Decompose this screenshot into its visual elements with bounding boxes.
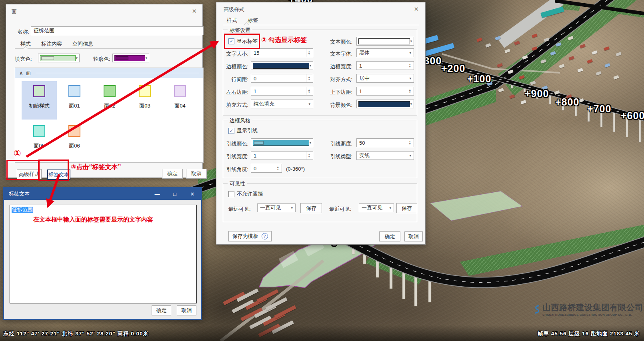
swatch-color-square bbox=[68, 125, 80, 137]
chevron-down-icon: ▾ bbox=[389, 206, 391, 210]
step1-badge: ① bbox=[14, 148, 21, 159]
leader-angle-spinner[interactable]: 0 ▲▼ bbox=[251, 164, 282, 173]
fill-mode-label: 填充方式: bbox=[221, 102, 248, 109]
section-rule bbox=[36, 73, 199, 73]
name-input[interactable]: 征拆范围 bbox=[31, 26, 204, 35]
leader-settings-legend: 边框风格 bbox=[228, 117, 252, 124]
line-spacing-spinner[interactable]: 0 ▲▼ bbox=[251, 74, 313, 83]
company-watermark: 山西路桥建设集团有限公司 SHANXI ROAD&BRIDGE CONSTRUC… bbox=[533, 297, 643, 321]
style-panel: ∧ 面 初始样式面01面02面03面04面05面06 bbox=[15, 68, 204, 163]
save-as-template-button[interactable]: 保存为模板 ? bbox=[228, 231, 272, 241]
label-text-button[interactable]: 标签文本 bbox=[47, 170, 70, 180]
tab-underline bbox=[223, 25, 419, 25]
outline-color-picker[interactable]: ▾ bbox=[112, 54, 149, 62]
tab-style[interactable]: 样式 bbox=[227, 17, 237, 24]
collapse-icon[interactable]: ∧ bbox=[19, 70, 23, 76]
align-label: 对齐方式: bbox=[324, 76, 352, 83]
swatch-label: 面04 bbox=[174, 102, 185, 110]
ok-button[interactable]: 确定 bbox=[162, 169, 183, 179]
cancel-button[interactable]: 取消 bbox=[177, 305, 196, 315]
chainage-label: +900 bbox=[525, 88, 549, 100]
watermark-company-name: 山西路桥建设集团有限公司 bbox=[542, 302, 643, 313]
cancel-button[interactable]: 取消 bbox=[186, 169, 207, 179]
tab-spatial-info[interactable]: 空间信息 bbox=[72, 40, 93, 48]
style-swatch[interactable]: 面02 bbox=[92, 81, 127, 120]
style-swatch[interactable]: 初始样式 bbox=[22, 81, 57, 120]
spinner-arrows-icon[interactable]: ▲▼ bbox=[306, 49, 310, 57]
watermark-company-name-en: SHANXI ROAD&BRIDGE CONSTRUCTION GROUP CO… bbox=[542, 313, 643, 317]
spinner-arrows-icon[interactable]: ▲▼ bbox=[407, 139, 411, 147]
border-color-picker[interactable]: ▾ bbox=[251, 61, 313, 70]
tab-annotation-content[interactable]: 标注内容 bbox=[41, 40, 62, 48]
minimize-icon[interactable]: — bbox=[148, 188, 166, 200]
advanced-style-button[interactable]: 高级样式 bbox=[17, 169, 42, 179]
spinner-arrows-icon[interactable]: ▲▼ bbox=[407, 62, 411, 70]
style-swatch[interactable]: 面05 bbox=[22, 121, 57, 160]
show-label-checkbox[interactable]: ✓ 显示标签 bbox=[228, 38, 258, 45]
chevron-down-icon: ▾ bbox=[308, 102, 310, 106]
spinner-arrows-icon[interactable]: ▲▼ bbox=[306, 152, 310, 160]
spinner-arrows-icon[interactable]: ▲▼ bbox=[407, 87, 411, 95]
step2-annotation: ② 勾选显示标签 bbox=[261, 36, 307, 44]
help-icon[interactable]: ? bbox=[262, 233, 268, 239]
ok-button[interactable]: 确定 bbox=[152, 305, 171, 315]
checkbox-unchecked-icon[interactable] bbox=[228, 191, 234, 197]
swatch-label: 面03 bbox=[139, 102, 150, 110]
bg-color-picker[interactable]: ▾ bbox=[356, 100, 414, 108]
ok-button[interactable]: 确定 bbox=[379, 231, 400, 241]
checkbox-checked-icon[interactable]: ✓ bbox=[228, 128, 234, 134]
far-visible-dropdown[interactable]: 一直可见 ▾ bbox=[257, 203, 296, 212]
maximize-icon[interactable]: □ bbox=[166, 188, 184, 200]
fill-color-picker[interactable]: ▾ bbox=[38, 54, 80, 62]
leader-color-picker[interactable]: ▾ bbox=[251, 138, 313, 147]
style-swatch[interactable]: 面04 bbox=[162, 81, 198, 120]
screen: +400+300+200+100+900+800+700+600 山西路桥建设集… bbox=[0, 0, 644, 341]
h-margin-label: 左右边距: bbox=[221, 89, 248, 96]
font-dropdown[interactable]: 黑体 ▾ bbox=[356, 48, 414, 57]
style-swatch[interactable]: 面06 bbox=[57, 121, 92, 160]
near-save-button[interactable]: 保存 bbox=[396, 203, 417, 213]
h-margin-spinner[interactable]: 1 ▲▼ bbox=[251, 87, 313, 96]
chevron-down-icon: ▾ bbox=[409, 51, 411, 55]
far-save-button[interactable]: 保存 bbox=[300, 203, 322, 213]
close-icon[interactable]: ✕ bbox=[192, 8, 197, 14]
spinner-arrows-icon[interactable]: ▲▼ bbox=[306, 87, 310, 95]
show-leader-checkbox[interactable]: ✓ 显示引线 bbox=[228, 127, 258, 134]
spinner-arrows-icon[interactable]: ▲▼ bbox=[275, 164, 279, 172]
name-label: 名称: bbox=[12, 28, 29, 36]
near-visible-dropdown[interactable]: 一直可见 ▾ bbox=[359, 203, 394, 212]
style-section-header[interactable]: ∧ 面 bbox=[15, 68, 203, 78]
text-color-picker[interactable]: ▾ bbox=[356, 37, 414, 46]
leader-height-spinner[interactable]: 50 ▲▼ bbox=[356, 138, 414, 147]
border-width-spinner[interactable]: 1 ▲▼ bbox=[356, 61, 414, 70]
advanced-dialog-title: 高级样式 bbox=[224, 6, 244, 13]
fill-mode-dropdown[interactable]: 纯色填充 ▾ bbox=[251, 100, 313, 108]
cancel-button[interactable]: 取消 bbox=[404, 231, 423, 241]
close-icon[interactable]: ✕ bbox=[414, 6, 419, 12]
v-margin-spinner[interactable]: 1 ▲▼ bbox=[356, 87, 414, 96]
align-dropdown[interactable]: 居中 ▾ bbox=[356, 74, 414, 83]
chevron-down-icon: ▾ bbox=[410, 39, 412, 43]
chevron-down-icon: ▾ bbox=[309, 64, 311, 68]
step3-annotation: ③点击“标签文本” bbox=[71, 163, 121, 171]
line-spacing-label: 行间距: bbox=[221, 76, 248, 83]
font-size-spinner[interactable]: 15 ▲▼ bbox=[251, 48, 313, 57]
tab-underline bbox=[15, 48, 204, 49]
checkbox-checked-icon[interactable]: ✓ bbox=[228, 38, 234, 44]
text-color-label: 文本颜色: bbox=[324, 38, 352, 46]
road-embankment bbox=[498, 0, 642, 96]
leader-type-dropdown[interactable]: 实线 ▾ bbox=[356, 151, 414, 160]
no-occlusion-checkbox[interactable]: 不允许遮挡 bbox=[228, 190, 263, 197]
chainage-label: +700 bbox=[587, 103, 611, 115]
chainage-label: +200 bbox=[441, 63, 465, 74]
close-icon[interactable]: ✕ bbox=[184, 188, 201, 200]
chainage-label: +800 bbox=[555, 96, 579, 108]
style-swatch[interactable]: 面03 bbox=[127, 81, 162, 120]
advanced-style-dialog: 高级样式 ✕ 样式 标签 标签设置 ✓ 显示标签 文本颜色: ▾ 文字大小: 1… bbox=[216, 2, 426, 245]
spinner-arrows-icon[interactable]: ▲▼ bbox=[306, 74, 310, 82]
swatch-label: 面01 bbox=[69, 102, 80, 110]
tab-label[interactable]: 标签 bbox=[248, 17, 258, 24]
style-swatch[interactable]: 面01 bbox=[57, 81, 92, 120]
leader-width-spinner[interactable]: 1 ▲▼ bbox=[251, 151, 313, 160]
demolition-polygon bbox=[430, 191, 522, 221]
